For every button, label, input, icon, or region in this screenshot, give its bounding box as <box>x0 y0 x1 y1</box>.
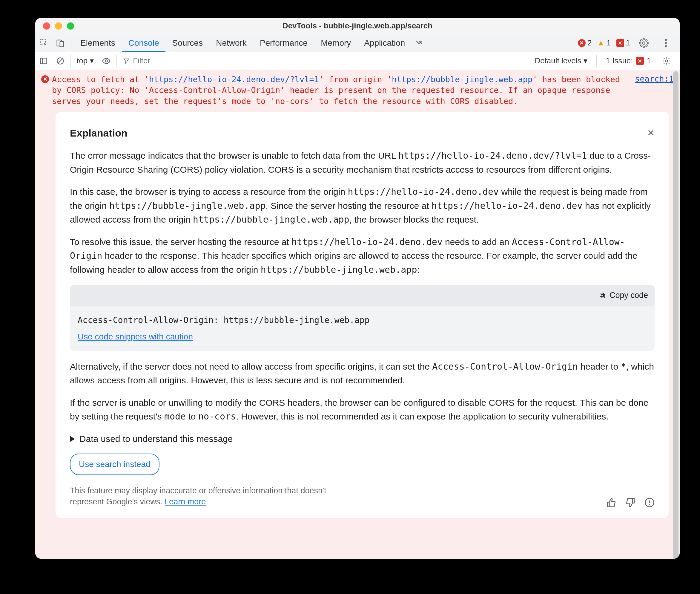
explanation-para-3: To resolve this issue, the server hostin… <box>70 235 655 277</box>
explanation-para-4: Alternatively, if the server does not ne… <box>70 360 655 388</box>
thumbs-up-icon[interactable] <box>606 497 617 508</box>
error-message: Access to fetch at 'https://hello-io-24.… <box>52 74 620 107</box>
data-disclosure-summary[interactable]: Data used to understand this message <box>70 432 655 446</box>
error-dot-icon: ✕ <box>578 39 586 47</box>
issues-count: 1 <box>647 56 651 65</box>
devtools-tabs: Elements Console Sources Network Perform… <box>35 34 680 52</box>
issues-label: 1 Issue: <box>606 56 633 65</box>
error-badge-icon: ✕ <box>41 75 49 83</box>
tab-sources[interactable]: Sources <box>166 34 209 52</box>
warning-triangle-icon: ▲ <box>597 38 605 47</box>
tab-performance[interactable]: Performance <box>253 34 314 52</box>
filter-icon <box>123 57 130 65</box>
console-error-row[interactable]: ✕ Access to fetch at 'https://hello-io-2… <box>35 70 680 112</box>
error-link-fetch-url[interactable]: https://hello-io-24.deno.dev/?lvl=1 <box>149 75 319 84</box>
svg-rect-2 <box>60 41 64 47</box>
disclaimer-text: This feature may display inaccurate or o… <box>70 485 333 508</box>
filter-input[interactable] <box>133 56 193 65</box>
warnings-count: 1 <box>606 38 611 47</box>
context-label: top <box>77 56 88 65</box>
tab-memory[interactable]: Memory <box>314 34 357 52</box>
vertical-scrollbar[interactable] <box>672 70 680 559</box>
context-selector[interactable]: top ▾ <box>73 56 98 65</box>
thumbs-down-icon[interactable] <box>625 497 635 508</box>
chevron-down-icon: ▾ <box>90 56 94 65</box>
error-link-origin[interactable]: https://bubble-jingle.web.app <box>392 75 532 84</box>
settings-gear-icon[interactable] <box>635 38 652 48</box>
filter-wrap <box>118 56 197 65</box>
copy-code-button[interactable]: Copy code <box>609 289 648 302</box>
svg-point-5 <box>665 42 667 44</box>
clear-console-icon[interactable] <box>52 57 69 65</box>
svg-point-3 <box>643 42 645 44</box>
tab-console[interactable]: Console <box>122 34 166 52</box>
warnings-counter[interactable]: ▲ 1 <box>597 38 611 47</box>
explanation-para-1: The error message indicates that the bro… <box>70 149 655 176</box>
use-search-button[interactable]: Use search instead <box>70 454 160 475</box>
console-settings-icon[interactable] <box>658 57 675 65</box>
more-tabs-icon[interactable] <box>412 40 428 46</box>
toggle-sidebar-icon[interactable] <box>35 57 52 65</box>
console-toolbar: top ▾ Default levels ▾ 1 Issue: ⨯ 1 <box>35 52 680 70</box>
svg-rect-7 <box>41 58 47 64</box>
svg-point-6 <box>665 45 667 47</box>
log-level-label: Default levels <box>534 56 581 65</box>
explanation-card: Explanation ✕ The error message indicate… <box>56 112 669 518</box>
devtools-window: DevTools - bubble-jingle.web.app/search … <box>35 18 680 559</box>
errors-counter[interactable]: ✕ 2 <box>578 38 592 47</box>
svg-point-11 <box>105 60 107 62</box>
error-source-link[interactable]: search:1 <box>635 74 674 84</box>
chevron-down-icon: ▾ <box>584 56 587 65</box>
errors-count: 2 <box>587 38 592 47</box>
device-toolbar-icon[interactable] <box>52 38 69 47</box>
more-menu-icon[interactable] <box>658 39 674 47</box>
issues-counter[interactable]: 1 Issue: ⨯ 1 <box>606 56 651 65</box>
tab-application[interactable]: Application <box>357 34 412 52</box>
code-caution-link[interactable]: Use code snippets with caution <box>78 332 193 341</box>
svg-point-4 <box>665 39 667 41</box>
copy-icon <box>599 292 606 299</box>
svg-line-10 <box>58 59 62 63</box>
learn-more-link[interactable]: Learn more <box>165 497 206 506</box>
tab-elements[interactable]: Elements <box>74 34 122 52</box>
issue-flag-icon: ⨯ <box>636 57 644 65</box>
issue-flag-icon: ⨯ <box>617 39 624 47</box>
code-block: Copy code Access-Control-Allow-Origin: h… <box>70 285 655 351</box>
log-level-selector[interactable]: Default levels ▾ <box>534 56 587 65</box>
svg-rect-14 <box>600 293 603 297</box>
window-title: DevTools - bubble-jingle.web.app/search <box>35 21 680 31</box>
explanation-title: Explanation <box>70 125 128 141</box>
issues-count-top: 1 <box>626 38 630 47</box>
inspect-element-icon[interactable] <box>35 38 52 47</box>
live-expression-icon[interactable] <box>98 57 115 65</box>
console-body: ✕ Access to fetch at 'https://hello-io-2… <box>35 70 680 559</box>
explanation-para-2: In this case, the browser is trying to a… <box>70 185 655 227</box>
svg-point-12 <box>666 60 668 62</box>
code-content: Access-Control-Allow-Origin: https://bub… <box>70 306 655 330</box>
report-issue-icon[interactable] <box>644 497 655 508</box>
tab-network[interactable]: Network <box>209 34 253 52</box>
issues-counter-top[interactable]: ⨯ 1 <box>617 38 630 47</box>
explanation-para-5: If the server is unable or unwilling to … <box>70 396 655 424</box>
svg-rect-13 <box>601 294 605 298</box>
svg-point-17 <box>649 504 650 505</box>
data-disclosure[interactable]: Data used to understand this message <box>70 432 655 454</box>
titlebar: DevTools - bubble-jingle.web.app/search <box>35 18 680 34</box>
close-explanation-button[interactable]: ✕ <box>647 126 655 140</box>
